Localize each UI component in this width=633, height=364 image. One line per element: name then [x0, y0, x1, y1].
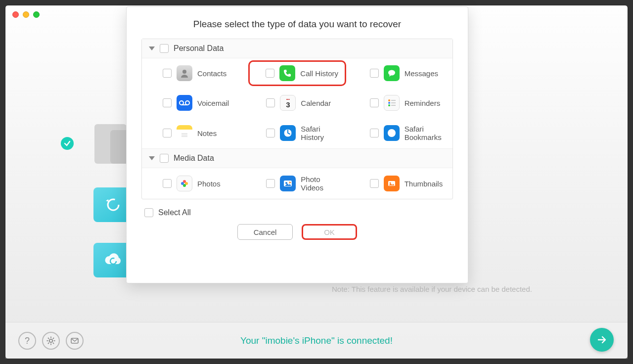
- item-label: Photo Videos: [301, 175, 340, 192]
- refresh-icon: [105, 196, 122, 213]
- section-label: Personal Data: [174, 44, 224, 53]
- svg-point-7: [388, 99, 390, 101]
- modal-title: Please select the type of data you want …: [127, 7, 468, 39]
- item-label: Calendar: [301, 99, 331, 107]
- svg-point-9: [388, 102, 390, 104]
- item-photos[interactable]: Photos: [142, 168, 245, 199]
- question-icon: ?: [25, 336, 30, 346]
- svg-line-32: [48, 338, 49, 339]
- item-label: Reminders: [405, 99, 441, 107]
- checkmark-icon: [61, 137, 74, 150]
- help-button[interactable]: ?: [18, 332, 36, 350]
- svg-line-34: [53, 338, 54, 339]
- item-photo-videos[interactable]: Photo Videos: [245, 168, 349, 199]
- item-label: Thumbnails: [405, 180, 443, 188]
- svg-point-5: [185, 101, 189, 105]
- window-traffic-lights: [12, 11, 40, 18]
- svg-point-22: [181, 182, 184, 185]
- item-thumbnails[interactable]: Thumbnails: [349, 168, 452, 199]
- checkbox-notes[interactable]: [163, 129, 172, 137]
- section-header-media[interactable]: Media Data: [142, 148, 452, 168]
- next-button[interactable]: [590, 328, 614, 352]
- gear-icon: [46, 336, 56, 346]
- compass-bookmark-icon: [384, 125, 400, 141]
- item-safari-bookmarks[interactable]: Safari Bookmarks: [349, 118, 452, 148]
- checkbox-reminders[interactable]: [370, 98, 379, 107]
- checkbox-safari-bookmarks[interactable]: [370, 129, 379, 137]
- item-label: Safari History: [301, 125, 340, 141]
- data-type-panel: Personal Data Contacts Call History: [141, 39, 453, 199]
- contacts-icon: [177, 65, 192, 81]
- minimize-window-button[interactable]: [23, 11, 29, 18]
- svg-point-27: [49, 339, 52, 342]
- item-label: Voicemail: [197, 99, 229, 107]
- feature-note: Note: This feature is available if your …: [332, 285, 532, 293]
- cloud-refresh-icon: [103, 253, 124, 267]
- section-header-personal[interactable]: Personal Data: [142, 39, 452, 58]
- item-messages[interactable]: Messages: [349, 58, 452, 88]
- item-reminders[interactable]: Reminders: [349, 88, 452, 118]
- compass-history-icon: [280, 125, 296, 141]
- item-voicemail[interactable]: Voicemail: [142, 88, 245, 118]
- checkbox-thumbnails[interactable]: [370, 179, 379, 188]
- svg-point-11: [388, 104, 390, 106]
- svg-rect-12: [391, 105, 396, 106]
- checkbox-media-all[interactable]: [160, 154, 169, 163]
- chevron-down-icon: [149, 156, 155, 160]
- close-window-button[interactable]: [12, 11, 19, 18]
- item-notes[interactable]: Notes: [142, 118, 245, 148]
- reminders-icon: [384, 95, 400, 111]
- svg-line-35: [48, 343, 49, 344]
- maximize-window-button[interactable]: [33, 11, 40, 18]
- item-call-history[interactable]: Call History: [248, 60, 346, 86]
- checkbox-contacts[interactable]: [163, 69, 172, 78]
- checkbox-photo-videos[interactable]: [266, 179, 275, 188]
- svg-point-2: [182, 70, 186, 74]
- cancel-button[interactable]: Cancel: [237, 224, 293, 240]
- checkbox-select-all[interactable]: [144, 208, 153, 217]
- svg-point-24: [285, 182, 287, 184]
- phone-icon: [279, 65, 295, 81]
- data-type-modal: Please select the type of data you want …: [126, 6, 468, 283]
- checkbox-calendar[interactable]: [266, 98, 275, 107]
- photos-icon: [177, 176, 192, 191]
- notes-icon: [177, 125, 192, 141]
- checkbox-safari-history[interactable]: [266, 129, 275, 137]
- checkbox-personal-all[interactable]: [160, 44, 169, 53]
- item-safari-history[interactable]: Safari History: [245, 118, 349, 148]
- photo-video-icon: [280, 176, 296, 191]
- svg-point-0: [108, 199, 119, 210]
- svg-point-18: [388, 129, 396, 137]
- app-window: Please select the type of data you want …: [5, 5, 628, 359]
- ok-button[interactable]: OK: [302, 224, 357, 240]
- select-all-label: Select All: [158, 208, 191, 217]
- svg-point-4: [180, 101, 183, 105]
- footer-toolbar: ?: [18, 332, 84, 350]
- item-calendar[interactable]: ••• 3 Calendar: [245, 88, 349, 118]
- checkbox-photos[interactable]: [163, 179, 172, 188]
- footer-bar: Your "imobie's iPhone" is connected!: [5, 322, 628, 359]
- item-label: Contacts: [197, 69, 226, 78]
- svg-rect-8: [391, 100, 396, 101]
- svg-rect-10: [391, 102, 396, 103]
- mail-icon: [70, 336, 79, 345]
- arrow-right-icon: [596, 334, 607, 345]
- modal-buttons: Cancel OK: [127, 219, 468, 249]
- item-label: Notes: [197, 129, 217, 137]
- select-all-row[interactable]: Select All: [127, 199, 468, 219]
- item-label: Safari Bookmarks: [405, 125, 444, 141]
- item-contacts[interactable]: Contacts: [142, 58, 245, 88]
- feedback-button[interactable]: [66, 332, 84, 350]
- calendar-icon: ••• 3: [280, 95, 296, 111]
- thumbnails-icon: [384, 176, 400, 191]
- svg-point-3: [388, 70, 395, 76]
- chevron-down-icon: [149, 46, 155, 50]
- settings-button[interactable]: [42, 332, 60, 350]
- checkbox-voicemail[interactable]: [163, 98, 172, 107]
- messages-icon: [384, 65, 400, 81]
- item-label: Photos: [197, 180, 221, 188]
- section-label: Media Data: [174, 154, 214, 163]
- checkbox-call-history[interactable]: [266, 69, 274, 78]
- connection-status: Your "imobie's iPhone" is connected!: [240, 335, 393, 346]
- checkbox-messages[interactable]: [370, 69, 379, 78]
